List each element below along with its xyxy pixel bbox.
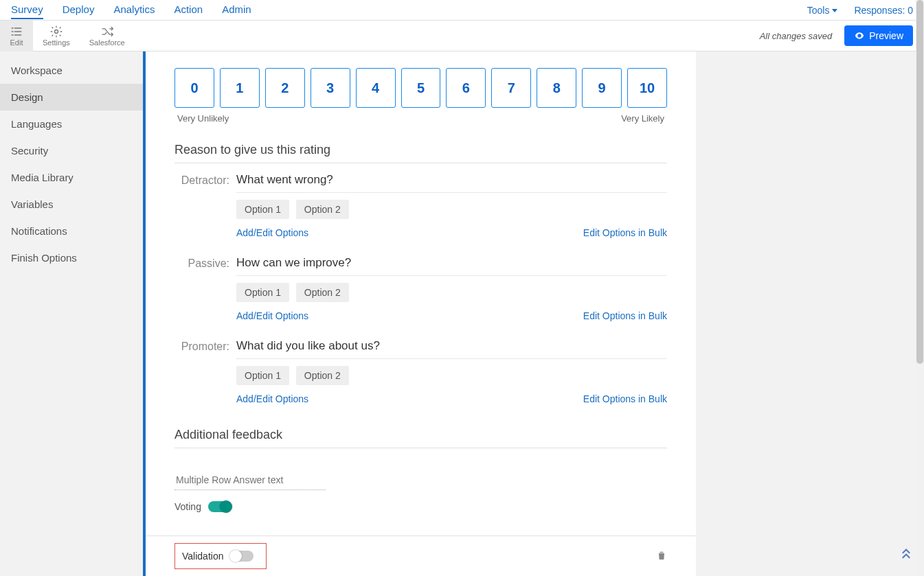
nps-cell-3[interactable]: 3 — [311, 68, 350, 108]
nps-cell-5[interactable]: 5 — [401, 68, 441, 108]
voting-label: Voting — [174, 501, 201, 512]
nps-anchor-labels: Very Unlikely Very Likely — [174, 113, 667, 124]
top-nav-left: Survey Deploy Analytics Action Admin — [11, 1, 251, 19]
voting-row: Voting — [174, 501, 667, 512]
additional-feedback-title[interactable]: Additional feedback — [174, 422, 667, 448]
followup-question[interactable]: What went wrong? — [236, 173, 667, 193]
toolbar-settings[interactable]: Settings — [33, 21, 80, 51]
nps-right-label: Very Likely — [621, 113, 664, 124]
scroll-to-top-button[interactable] — [898, 545, 914, 564]
nps-cell-10[interactable]: 10 — [627, 68, 667, 108]
nps-cell-1[interactable]: 1 — [220, 68, 260, 108]
toolbar-settings-label: Settings — [43, 38, 70, 47]
preview-label: Preview — [869, 30, 903, 41]
nps-cell-7[interactable]: 7 — [491, 68, 531, 108]
nav-analytics[interactable]: Analytics — [113, 1, 155, 19]
option-chip[interactable]: Option 2 — [296, 200, 349, 219]
nav-action[interactable]: Action — [174, 1, 203, 19]
nps-scale: 0 1 2 3 4 5 6 7 8 9 10 — [174, 68, 667, 108]
toolbar-edit[interactable]: Edit — [0, 21, 33, 51]
shuffle-icon — [100, 25, 114, 38]
option-chip[interactable]: Option 2 — [296, 283, 349, 302]
add-edit-options-link[interactable]: Add/Edit Options — [236, 227, 308, 238]
edit-list-icon — [10, 25, 23, 38]
delete-question-button[interactable] — [656, 550, 667, 563]
option-chip[interactable]: Option 2 — [296, 366, 349, 385]
sidebar-item-design[interactable]: Design — [0, 84, 143, 111]
nav-deploy[interactable]: Deploy — [63, 1, 95, 19]
toolbar-salesforce-label: Salesforce — [89, 38, 125, 47]
sidebar-item-notifications[interactable]: Notifications — [0, 218, 143, 244]
eye-icon — [854, 30, 865, 41]
nps-cell-0[interactable]: 0 — [174, 68, 214, 108]
followup-question[interactable]: How can we improve? — [236, 256, 667, 276]
feedback-input[interactable] — [174, 470, 326, 490]
validation-toggle[interactable] — [230, 551, 253, 562]
sidebar-item-security[interactable]: Security — [0, 137, 143, 164]
nps-cell-6[interactable]: 6 — [446, 68, 486, 108]
responses-link[interactable]: Responses: 0 — [854, 5, 913, 16]
chevron-down-icon — [832, 9, 837, 12]
option-chip[interactable]: Option 1 — [236, 200, 289, 219]
followup-label: Detractor: — [174, 173, 236, 253]
edit-options-bulk-link[interactable]: Edit Options in Bulk — [583, 310, 667, 321]
validation-box: Validation — [174, 543, 267, 569]
save-status: All changes saved — [760, 31, 833, 41]
edit-options-bulk-link[interactable]: Edit Options in Bulk — [583, 393, 667, 404]
edit-options-bulk-link[interactable]: Edit Options in Bulk — [583, 227, 667, 238]
add-edit-options-link[interactable]: Add/Edit Options — [236, 393, 308, 404]
svg-point-0 — [54, 30, 58, 34]
page-scrollbar[interactable] — [916, 0, 924, 576]
validation-label: Validation — [182, 551, 223, 562]
followup-label: Passive: — [174, 256, 236, 336]
voting-toggle[interactable] — [208, 501, 232, 512]
trash-icon — [656, 550, 667, 561]
followup-question[interactable]: What did you like about us? — [236, 339, 667, 359]
toolbar-salesforce[interactable]: Salesforce — [80, 21, 135, 51]
nps-cell-4[interactable]: 4 — [356, 68, 396, 108]
question-card: 0 1 2 3 4 5 6 7 8 9 10 Very Unlikely Ver… — [143, 51, 696, 576]
nps-cell-8[interactable]: 8 — [537, 68, 576, 108]
followup-promoter: Promoter: What did you like about us? Op… — [174, 339, 667, 419]
nav-admin[interactable]: Admin — [222, 1, 251, 19]
top-nav-right: Tools Responses: 0 — [807, 5, 913, 16]
followup-detractor: Detractor: What went wrong? Option 1 Opt… — [174, 173, 667, 253]
double-chevron-up-icon — [898, 545, 914, 562]
toolbar: Edit Settings Salesforce All changes sav… — [0, 21, 924, 51]
option-chip[interactable]: Option 1 — [236, 283, 289, 302]
preview-button[interactable]: Preview — [844, 25, 913, 46]
option-chip[interactable]: Option 1 — [236, 366, 289, 385]
nps-left-label: Very Unlikely — [177, 113, 229, 124]
toolbar-edit-label: Edit — [10, 38, 23, 47]
sidebar-item-languages[interactable]: Languages — [0, 111, 143, 137]
nav-survey[interactable]: Survey — [11, 1, 43, 19]
tools-dropdown[interactable]: Tools — [807, 5, 838, 16]
sidebar-item-variables[interactable]: Variables — [0, 191, 143, 218]
sidebar-item-finish-options[interactable]: Finish Options — [0, 244, 143, 271]
top-nav: Survey Deploy Analytics Action Admin Too… — [0, 0, 924, 21]
gear-icon — [49, 25, 63, 38]
reason-title[interactable]: Reason to give us this rating — [174, 137, 667, 163]
card-footer: Validation — [146, 535, 696, 576]
followup-label: Promoter: — [174, 339, 236, 419]
sidebar: Workspace Design Languages Security Medi… — [0, 51, 143, 576]
followup-passive: Passive: How can we improve? Option 1 Op… — [174, 256, 667, 336]
nps-cell-2[interactable]: 2 — [265, 68, 305, 108]
sidebar-item-workspace[interactable]: Workspace — [0, 57, 143, 84]
nps-cell-9[interactable]: 9 — [582, 68, 622, 108]
sidebar-item-media-library[interactable]: Media Library — [0, 164, 143, 191]
canvas: 0 1 2 3 4 5 6 7 8 9 10 Very Unlikely Ver… — [143, 51, 924, 576]
add-edit-options-link[interactable]: Add/Edit Options — [236, 310, 308, 321]
